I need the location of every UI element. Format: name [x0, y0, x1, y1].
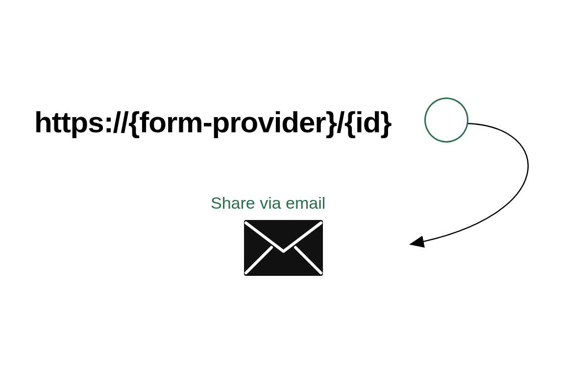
id-highlight-circle — [424, 98, 468, 143]
envelope-icon — [243, 219, 324, 277]
url-template-text: https://{form-provider}/{id} — [34, 105, 392, 139]
share-via-email-label: Share via email — [211, 194, 325, 213]
svg-rect-1 — [244, 220, 323, 276]
arrow-to-email — [402, 118, 564, 255]
